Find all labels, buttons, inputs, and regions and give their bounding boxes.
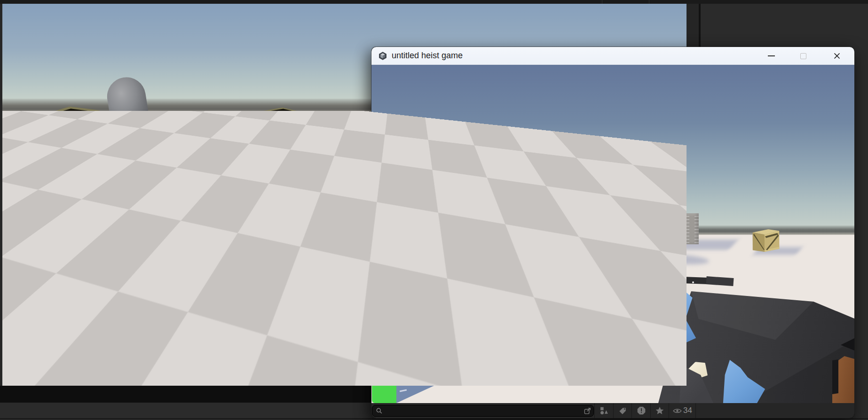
open-in-new-window-icon [584,407,592,415]
minimize-button[interactable] [762,50,781,62]
search-icon [376,407,383,414]
window-toolbar: 34 [371,403,854,418]
capsule-character [105,76,154,148]
wooden-crate [751,227,781,254]
window-title: untitled heist game [392,51,463,61]
editor-top-bar [0,0,868,4]
maximize-button[interactable] [794,50,813,62]
panel-divider [699,4,701,47]
eye-icon [672,406,682,416]
receiver-top [683,277,708,284]
rifle-handguard [655,284,677,320]
filter-by-tag-button[interactable] [613,403,631,418]
top-bar-divider [602,0,602,4]
filter-warnings-button[interactable] [631,403,650,418]
capsule-character [650,211,676,260]
filter-by-type-button[interactable] [594,403,613,418]
floor-light-patch [601,265,655,278]
wooden-crate [257,103,308,150]
wooden-crate [34,101,105,158]
close-button[interactable] [828,50,846,62]
receiver-highlight [692,281,694,283]
search-input[interactable] [383,405,582,416]
scrollbar-track[interactable] [687,4,699,47]
search-box[interactable] [372,405,594,417]
close-icon [833,52,841,60]
crosshair-dot [343,193,347,196]
floor-light-patch [585,249,630,260]
visibility-count-button[interactable]: 34 [669,403,696,418]
maximize-icon [800,53,806,59]
game-window: untitled heist game [371,47,854,418]
star-icon [655,406,664,415]
brick-wall [675,213,699,244]
visibility-count: 34 [683,406,692,415]
top-bar-divider [649,0,649,4]
warning-octagon-icon [637,406,646,415]
minimize-icon [768,55,775,56]
filter-favorites-button[interactable] [650,403,669,418]
health-bar [372,309,397,403]
capsule-body [104,74,153,149]
wooden-crate [412,234,471,271]
tag-icon [618,406,627,415]
open-in-window-button[interactable] [582,406,592,416]
game-view[interactable] [371,65,854,403]
stock-strip [832,359,838,394]
editor-screen: untitled heist game [0,0,868,420]
health-bar [3,241,37,384]
filter-types-icon [599,406,609,416]
floor-shading [371,140,635,234]
crosshair-dot [610,232,615,236]
window-title-bar[interactable]: untitled heist game [371,47,854,65]
unity-cube-icon [378,51,387,61]
